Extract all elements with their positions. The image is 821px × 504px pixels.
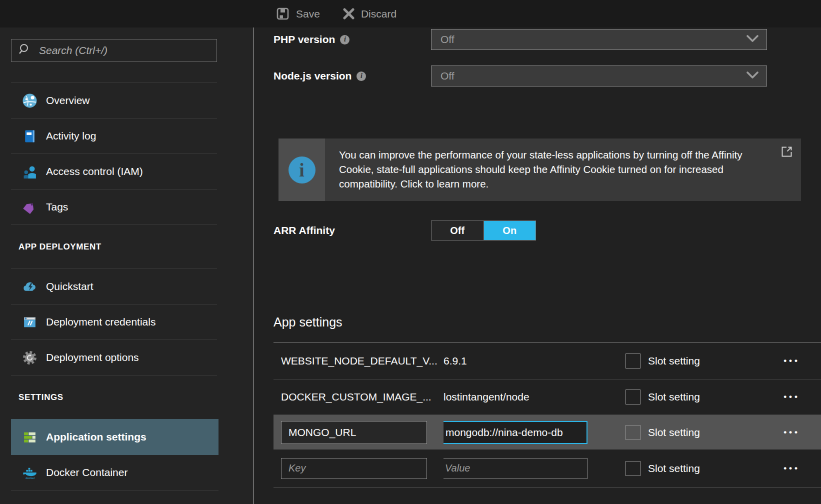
affinity-info-banner: i You can improve the performance of you… [278, 138, 801, 201]
application-settings-content: PHP version i Off Node.js version i Off [255, 28, 821, 504]
app-settings-title: App settings [274, 315, 342, 330]
chevron-down-icon [746, 35, 758, 44]
new-key-input[interactable] [281, 458, 427, 479]
sidebar-item-deployment-credentials[interactable]: Deployment credentials [11, 304, 217, 340]
sidebar-item-activity-log[interactable]: Activity log [11, 118, 217, 154]
sidebar-item-tags[interactable]: Tags [11, 190, 217, 225]
sidebar-item-application-settings[interactable]: Application settings [11, 419, 218, 455]
node-version-row: Node.js version i Off [274, 66, 821, 86]
php-version-dropdown[interactable]: Off [431, 29, 767, 50]
table-row-editing: Slot setting ••• [274, 415, 821, 450]
overview-globe-icon [22, 93, 38, 108]
app-settings-table: WEBSITE_NODE_DEFAULT_V... 6.9.1 Slot set… [274, 342, 821, 488]
setting-value: lostintangent/node [444, 391, 626, 403]
node-version-dropdown[interactable]: Off [431, 66, 767, 86]
table-row: WEBSITE_NODE_DEFAULT_V... 6.9.1 Slot set… [274, 342, 821, 380]
people-icon [22, 164, 38, 180]
node-version-value: Off [440, 70, 746, 82]
section-header-app-deployment: APP DEPLOYMENT [0, 225, 253, 268]
setting-key: DOCKER_CUSTOM_IMAGE_... [281, 391, 444, 403]
sidebar-item-overview[interactable]: Overview [11, 83, 217, 118]
tag-icon [22, 200, 38, 215]
sidebar-item-label: Tags [46, 201, 68, 213]
slot-setting-label: Slot setting [648, 426, 700, 438]
sidebar-item-deployment-options[interactable]: Deployment options [11, 340, 217, 376]
save-label: Save [296, 8, 320, 20]
sidebar-item-label: Application settings [46, 431, 146, 443]
info-circle-icon: i [288, 156, 316, 184]
slot-setting-label: Slot setting [648, 355, 700, 367]
slot-setting-checkbox[interactable] [626, 390, 640, 404]
external-link-icon [780, 146, 793, 162]
info-icon[interactable]: i [340, 35, 350, 44]
info-banner-link[interactable]: You can improve the performance of your … [325, 138, 801, 201]
new-value-input[interactable] [444, 458, 588, 479]
php-version-label-wrap: PHP version i [274, 34, 431, 46]
setting-value: 6.9.1 [444, 355, 626, 367]
save-button[interactable]: Save [276, 7, 320, 20]
resource-menu-sidebar: Overview Activity log [0, 28, 254, 504]
azure-app-settings-blade: Save Discard [0, 0, 821, 504]
new-key-cell [281, 458, 444, 479]
section-header-settings: SETTINGS [0, 376, 253, 419]
arr-affinity-toggle: Off On [431, 220, 536, 240]
discard-button[interactable]: Discard [343, 8, 396, 20]
table-row-new: Slot setting ••• [274, 450, 821, 488]
sidebar-nav-top: Overview Activity log [11, 82, 217, 225]
sidebar-item-docker-container[interactable]: docker Docker Container [11, 455, 218, 490]
search-input[interactable] [39, 44, 210, 56]
discard-icon [343, 8, 354, 20]
info-banner-icon-cell: i [278, 138, 325, 201]
sidebar-item-label: Docker Container [46, 466, 128, 478]
svg-text:docker: docker [26, 476, 35, 480]
discard-label: Discard [361, 8, 396, 20]
more-options-icon[interactable]: ••• [784, 430, 821, 435]
browser-window-icon [22, 314, 38, 330]
setting-key-input[interactable] [281, 421, 427, 444]
node-version-label-wrap: Node.js version i [274, 70, 431, 82]
sliders-icon [22, 430, 38, 445]
cloud-lightning-icon [22, 279, 38, 294]
slot-setting-checkbox[interactable] [626, 425, 640, 440]
chevron-down-icon [746, 72, 758, 81]
sidebar-item-quickstart[interactable]: Quickstart [11, 269, 217, 304]
save-icon [276, 7, 290, 20]
table-row: DOCKER_CUSTOM_IMAGE_... lostintangent/no… [274, 380, 821, 415]
slot-setting-checkbox[interactable] [626, 461, 640, 476]
sidebar-search[interactable] [11, 39, 217, 62]
more-options-icon[interactable]: ••• [784, 466, 821, 471]
slot-setting-label: Slot setting [648, 462, 700, 474]
more-options-icon[interactable]: ••• [784, 394, 821, 400]
editing-key-cell [281, 421, 444, 444]
gear-icon [22, 350, 38, 366]
sidebar-item-label: Access control (IAM) [46, 166, 143, 178]
sidebar-item-access-control[interactable]: Access control (IAM) [11, 154, 217, 190]
sidebar-item-label: Overview [46, 94, 90, 106]
arr-affinity-label: ARR Affinity [274, 220, 335, 240]
sidebar-item-label: Quickstart [46, 280, 94, 292]
info-banner-text: You can improve the performance of your … [339, 149, 742, 190]
editing-value-cell [444, 421, 626, 444]
sidebar-nav-deployment: Quickstart Deployment credentials [11, 268, 217, 376]
new-value-cell [444, 458, 626, 479]
sidebar-nav-settings: Application settings docker Docker Conta… [11, 419, 218, 490]
slot-setting-label: Slot setting [648, 391, 700, 403]
info-icon[interactable]: i [356, 72, 366, 81]
sidebar-item-label: Deployment credentials [46, 316, 156, 328]
more-options-icon[interactable]: ••• [784, 358, 821, 364]
sidebar-item-label: Deployment options [46, 352, 139, 364]
arr-affinity-off-button[interactable]: Off [432, 221, 484, 240]
search-icon [18, 43, 32, 58]
sidebar-item-label: Activity log [46, 130, 96, 142]
php-version-label: PHP version [274, 34, 335, 46]
php-version-row: PHP version i Off [274, 29, 821, 50]
arr-affinity-on-button[interactable]: On [484, 221, 536, 240]
docker-whale-icon: docker [22, 465, 38, 480]
setting-value-input-focused[interactable] [444, 421, 588, 444]
php-version-value: Off [440, 34, 746, 46]
node-version-label: Node.js version [274, 70, 352, 82]
setting-key: WEBSITE_NODE_DEFAULT_V... [281, 355, 444, 367]
activity-log-book-icon [22, 128, 38, 144]
slot-setting-checkbox[interactable] [626, 354, 640, 368]
command-bar: Save Discard [0, 0, 821, 28]
